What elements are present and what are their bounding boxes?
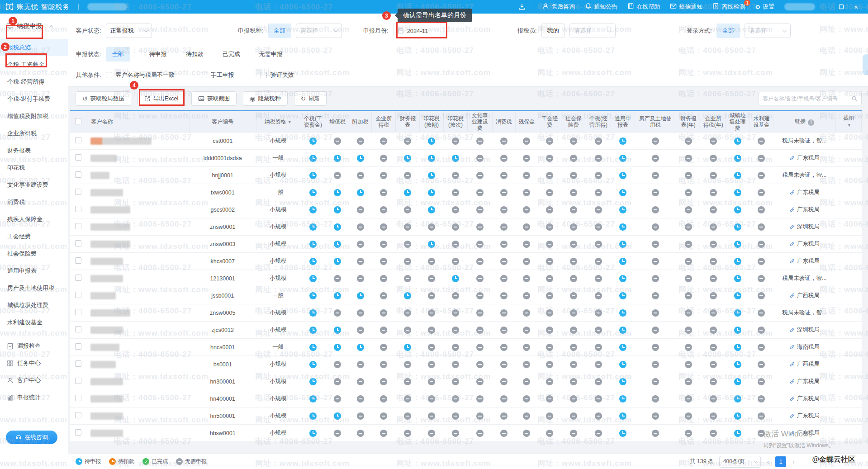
sort-caret-icon[interactable]: ▼	[288, 120, 292, 124]
checkbox[interactable]	[261, 72, 267, 78]
sidebar-tool-申报统计[interactable]: 申报统计	[0, 389, 68, 406]
search-icon[interactable]	[851, 95, 858, 102]
screenshot-filter-caret-icon[interactable]: ▼	[839, 122, 860, 128]
search-input[interactable]	[763, 95, 851, 102]
next-page-button[interactable]: ›	[792, 458, 796, 465]
tax-agent-mine-chip[interactable]: 我的	[541, 24, 565, 38]
search-box[interactable]	[759, 92, 862, 105]
sidebar-item-企业所得税[interactable]: 企业所得税	[0, 125, 68, 142]
row-checkbox[interactable]	[75, 240, 81, 246]
maximize-button[interactable]	[839, 4, 844, 9]
sidebar-item-个税-退付手续费[interactable]: 个税-退付手续费	[0, 90, 68, 108]
topnav-offline[interactable]: 离线检测1	[712, 3, 745, 11]
sidebar-item-社会保险费[interactable]: 社会保险费	[0, 245, 68, 262]
tax-type-select[interactable]: 请选择	[296, 24, 342, 38]
bureau-link[interactable]: 广东税局	[789, 206, 820, 213]
bureau-link[interactable]: 广西税局	[789, 360, 820, 368]
declare-month-picker[interactable]: 2024-11	[393, 24, 441, 38]
bureau-link[interactable]: 广东税局	[789, 154, 820, 162]
row-checkbox[interactable]	[75, 378, 81, 384]
customer-status-select[interactable]: 正常报税	[106, 24, 152, 38]
sidebar-tool-漏报检查[interactable]: 漏报检查	[0, 337, 68, 355]
checkbox[interactable]	[201, 72, 207, 78]
row-checkbox[interactable]	[75, 343, 81, 350]
row-checkbox[interactable]	[75, 292, 81, 298]
sidebar-item-消费税[interactable]: 消费税	[0, 194, 68, 211]
download-icon[interactable]	[518, 3, 526, 10]
minimize-button[interactable]: –	[825, 4, 829, 10]
row-checkbox[interactable]	[75, 360, 81, 367]
sidebar-item-通用申报表[interactable]: 通用申报表	[0, 262, 68, 280]
topnav-bell[interactable]: 通知公告	[585, 3, 617, 11]
sidebar-item-财务报表[interactable]: 财务报表	[0, 142, 68, 159]
status-skip-icon	[428, 327, 435, 334]
topnav-gear[interactable]: ⚙设置	[755, 3, 774, 11]
column-header-截图[interactable]: 截图▼	[835, 111, 861, 133]
sidebar-item-个税-工资薪金[interactable]: 个税-工资薪金	[0, 56, 68, 73]
page-size-select[interactable]: 400条/页	[719, 456, 761, 468]
bureau-link[interactable]: 深圳税局	[789, 326, 820, 334]
bureau-link[interactable]: 广东税局	[789, 378, 820, 385]
bureau-link[interactable]: 广东税局	[789, 257, 820, 265]
sidebar-tool-客户中心[interactable]: 客户中心	[0, 372, 68, 389]
declare-status-chip-待扣款[interactable]: 待扣款	[186, 50, 204, 58]
bureau-link[interactable]: 广东税局	[789, 240, 820, 248]
tax-agent-select[interactable]: 请选择	[569, 24, 616, 38]
select-all-checkbox[interactable]	[75, 118, 81, 124]
info-icon[interactable]: !	[808, 119, 814, 126]
topnav-headset[interactable]: 售后咨询	[542, 3, 575, 11]
toolbar-button-隐藏税种[interactable]: ◉隐藏税种	[243, 91, 287, 106]
row-checkbox[interactable]	[75, 206, 81, 212]
row-checkbox[interactable]	[75, 309, 81, 315]
bureau-link[interactable]: 广东税局	[789, 412, 820, 420]
bureau-link[interactable]: 广东税局	[789, 429, 820, 437]
sidebar-tool-任务中心[interactable]: 任务中心	[0, 355, 68, 372]
row-checkbox[interactable]	[75, 257, 81, 264]
sidebar-item-增值税及附加税[interactable]: 增值税及附加税	[0, 108, 68, 125]
login-type-select[interactable]: 请选择	[745, 24, 791, 38]
row-checkbox[interactable]	[75, 412, 81, 418]
sidebar-item-残疾人保障金[interactable]: 残疾人保障金	[0, 211, 68, 228]
bureau-link[interactable]: 广东税局	[789, 189, 820, 196]
toolbar-button-刷新[interactable]: ↻刷新	[294, 91, 327, 106]
bureau-link[interactable]: 海南税局	[789, 343, 820, 351]
row-checkbox[interactable]	[75, 137, 81, 143]
close-button[interactable]: ×	[854, 4, 858, 10]
sidebar-item-印花税[interactable]: 印花税	[0, 159, 68, 176]
topnav-book[interactable]: 在线帮助	[627, 3, 660, 11]
sidebar-item-报税总览[interactable]: 报税总览	[0, 39, 68, 56]
column-header-纳税资格[interactable]: 纳税资格▼	[256, 111, 300, 133]
online-consult-button[interactable]: 在线咨询	[6, 431, 57, 444]
checkbox[interactable]	[106, 72, 112, 78]
row-checkbox[interactable]	[75, 429, 81, 436]
prev-page-button[interactable]: ‹	[766, 458, 770, 465]
toolbar-button-获取税局数据[interactable]: ↺获取税局数据	[76, 91, 131, 106]
sidebar-item-城镇垃圾处理费[interactable]: 城镇垃圾处理费	[0, 297, 68, 314]
declare-status-chip-无需申报[interactable]: 无需申报	[259, 50, 283, 58]
row-checkbox[interactable]	[75, 326, 81, 332]
toolbar-button-导出Excel[interactable]: 导出Excel	[138, 91, 185, 106]
sidebar-item-房产及土地使用税[interactable]: 房产及土地使用税	[0, 280, 68, 297]
sidebar-item-工会经费[interactable]: 工会经费	[0, 228, 68, 245]
row-checkbox[interactable]	[75, 395, 81, 401]
toolbar-button-获取截图[interactable]: 获取截图	[191, 91, 237, 106]
tax-type-all-chip[interactable]: 全部	[268, 24, 291, 38]
bureau-link[interactable]: 广东税局	[789, 395, 820, 403]
declare-status-chip-已完成[interactable]: 已完成	[223, 50, 240, 58]
sidebar-item-个税-经营所得[interactable]: 个税-经营所得	[0, 73, 68, 90]
row-checkbox[interactable]	[75, 154, 81, 161]
sidebar-item-文化事业建设费[interactable]: 文化事业建设费	[0, 176, 68, 194]
row-checkbox[interactable]	[75, 189, 81, 195]
row-checkbox[interactable]	[75, 275, 81, 281]
sidebar-item-水利建设基金[interactable]: 水利建设基金	[0, 314, 68, 331]
row-checkbox[interactable]	[75, 223, 81, 229]
bureau-link[interactable]: 广西税局	[789, 292, 820, 299]
declare-status-chip-待申报[interactable]: 待申报	[149, 50, 167, 58]
login-type-all-chip[interactable]: 全部	[716, 24, 740, 38]
page-number[interactable]: 1	[775, 456, 786, 467]
declare-status-chip-全部[interactable]: 全部	[106, 47, 130, 62]
bureau-link[interactable]: 深圳税局	[789, 223, 820, 231]
topnav-mail[interactable]: 短信通知	[670, 3, 702, 11]
row-checkbox[interactable]	[75, 171, 81, 178]
panel-expand-tab[interactable]	[863, 54, 868, 75]
